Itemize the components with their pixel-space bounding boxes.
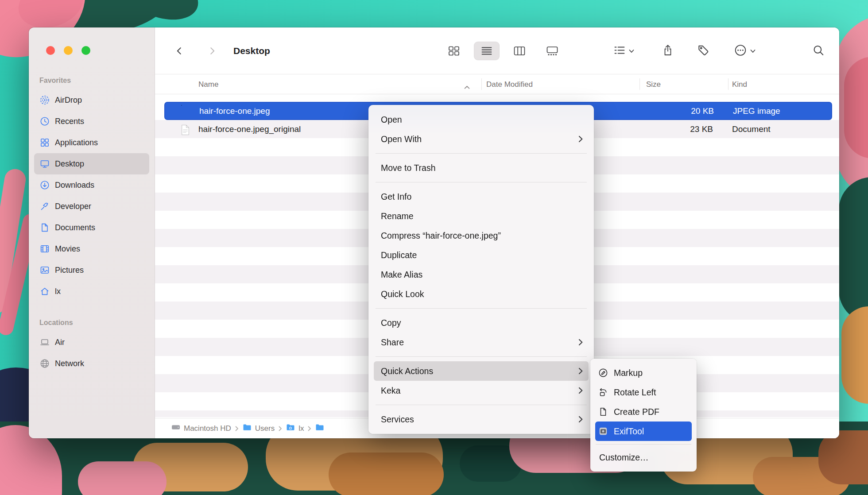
forward-button[interactable]: [207, 45, 217, 57]
path-item-label: Users: [255, 424, 275, 433]
sidebar-item-documents[interactable]: Documents: [34, 217, 149, 238]
menu-item-quick-look[interactable]: Quick Look: [368, 284, 594, 304]
sidebar-item-desktop[interactable]: Desktop: [34, 153, 149, 174]
gallery-view-button[interactable]: [539, 42, 565, 60]
search-button[interactable]: [812, 44, 825, 58]
path-item-users[interactable]: Users: [243, 424, 275, 433]
context-menu: Open Open With Move to Trash Get Info Re…: [368, 105, 594, 434]
menu-item-label: Make Alias: [381, 270, 422, 280]
sidebar: Favorites AirDrop Recents Applications D…: [29, 27, 155, 438]
sort-ascending-icon: [464, 83, 470, 92]
column-view-button[interactable]: [507, 42, 532, 60]
submenu-item-customize[interactable]: Customize…: [590, 448, 697, 467]
column-divider: [481, 78, 482, 90]
menu-item-copy[interactable]: Copy: [368, 313, 594, 333]
menu-separator: [376, 308, 587, 309]
share-button[interactable]: [663, 43, 673, 58]
submenu-item-create-pdf[interactable]: Create PDF: [590, 402, 697, 422]
file-kind: JPEG image: [733, 103, 780, 119]
menu-item-label: Open With: [381, 134, 422, 144]
chevron-right-icon: [279, 426, 282, 431]
document-file-icon: [181, 124, 190, 142]
sidebar-item-label: Documents: [55, 223, 95, 232]
sidebar-item-recents[interactable]: Recents: [34, 111, 149, 132]
menu-item-duplicate[interactable]: Duplicate: [368, 245, 594, 265]
list-view-button[interactable]: [474, 42, 500, 60]
group-icon: [614, 45, 625, 56]
hard-drive-icon: [171, 424, 180, 433]
laptop-icon: [39, 337, 50, 348]
menu-item-move-to-trash[interactable]: Move to Trash: [368, 158, 594, 178]
column-header-date-modified[interactable]: Date Modified: [486, 74, 533, 94]
submenu-chevron-icon: [578, 416, 583, 423]
menu-item-share[interactable]: Share: [368, 333, 594, 352]
menu-item-services[interactable]: Services: [368, 410, 594, 429]
menu-item-quick-actions[interactable]: Quick Actions: [374, 361, 589, 381]
submenu-item-label: Create PDF: [614, 407, 659, 417]
close-window-button[interactable]: [46, 46, 55, 55]
submenu-item-markup[interactable]: Markup: [590, 363, 697, 383]
menu-item-rename[interactable]: Rename: [368, 206, 594, 226]
back-button[interactable]: [174, 45, 184, 57]
menu-item-label: Compress “hair-force-one.jpeg”: [381, 231, 501, 241]
folder-icon: [315, 424, 324, 433]
airdrop-icon: [39, 95, 50, 105]
sidebar-item-home-lx[interactable]: lx: [34, 281, 149, 302]
chevron-right-icon: [308, 426, 311, 431]
monitor-icon: [39, 159, 50, 169]
menu-item-label: Quick Actions: [381, 366, 433, 376]
tags-button[interactable]: [697, 44, 709, 58]
menu-separator: [596, 444, 691, 445]
icon-view-button[interactable]: [441, 42, 467, 60]
sidebar-item-label: Air: [55, 338, 65, 347]
sidebar-item-airdrop[interactable]: AirDrop: [34, 89, 149, 111]
view-switcher: [441, 42, 565, 60]
submenu-item-label: Rotate Left: [614, 387, 656, 398]
window-controls: [46, 46, 90, 55]
menu-item-compress[interactable]: Compress “hair-force-one.jpeg”: [368, 226, 594, 245]
path-item-lx[interactable]: lx: [286, 424, 304, 433]
menu-item-make-alias[interactable]: Make Alias: [368, 265, 594, 284]
sidebar-item-label: lx: [55, 287, 61, 296]
sidebar-item-label: Recents: [55, 117, 84, 126]
menu-item-label: Share: [381, 337, 404, 348]
sidebar-item-network[interactable]: Network: [34, 353, 149, 374]
sidebar-item-applications[interactable]: Applications: [34, 132, 149, 153]
column-header-size[interactable]: Size: [646, 74, 661, 94]
submenu-item-rotate-left[interactable]: Rotate Left: [590, 383, 697, 402]
sidebar-item-pictures[interactable]: Pictures: [34, 259, 149, 281]
sidebar-item-developer[interactable]: Developer: [34, 196, 149, 217]
toolbar: Desktop: [155, 27, 839, 74]
sidebar-item-downloads[interactable]: Downloads: [34, 174, 149, 196]
menu-item-label: Move to Trash: [381, 163, 436, 173]
sidebar-item-air[interactable]: Air: [34, 332, 149, 353]
menu-item-get-info[interactable]: Get Info: [368, 187, 594, 206]
rotate-left-icon: [598, 387, 608, 397]
ellipsis-circle-icon: [734, 44, 747, 58]
chevron-down-icon: [750, 47, 756, 54]
create-pdf-icon: [598, 407, 608, 417]
submenu-item-label: ExifTool: [614, 426, 644, 437]
submenu-item-exiftool[interactable]: ExifTool: [595, 422, 692, 441]
markup-icon: [598, 368, 608, 378]
wallpaper-shape: [818, 430, 868, 484]
path-item-truncated[interactable]: [315, 424, 324, 433]
column-divider: [728, 78, 728, 90]
menu-item-open-with[interactable]: Open With: [368, 129, 594, 149]
wallpaper-shape: [839, 177, 868, 323]
sidebar-item-movies[interactable]: Movies: [34, 238, 149, 259]
path-item-label: lx: [298, 424, 304, 433]
share-icon: [663, 43, 673, 58]
more-actions-button[interactable]: [734, 44, 756, 58]
menu-item-keka[interactable]: Keka: [368, 381, 594, 400]
column-header-name[interactable]: Name: [198, 74, 218, 94]
desktop: Favorites AirDrop Recents Applications D…: [0, 0, 868, 495]
minimize-window-button[interactable]: [64, 46, 73, 55]
menu-item-open[interactable]: Open: [368, 110, 594, 129]
chevron-right-icon: [235, 426, 239, 431]
zoom-window-button[interactable]: [81, 46, 90, 55]
group-by-button[interactable]: [614, 45, 634, 56]
column-header-kind[interactable]: Kind: [732, 74, 747, 94]
sidebar-item-label: Downloads: [55, 181, 94, 190]
path-item-macintosh-hd[interactable]: Macintosh HD: [171, 424, 231, 433]
